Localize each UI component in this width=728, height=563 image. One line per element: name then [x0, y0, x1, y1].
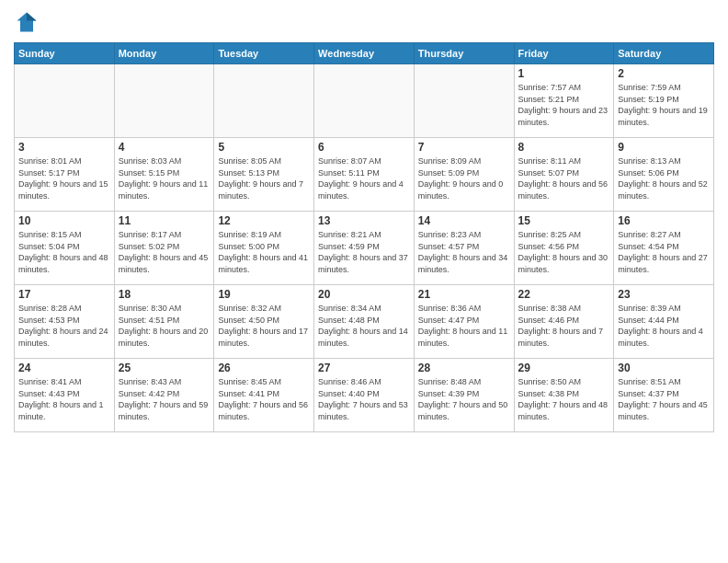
calendar-cell: 11Sunrise: 8:17 AM Sunset: 5:02 PM Dayli…: [114, 212, 214, 285]
day-info: Sunrise: 8:32 AM Sunset: 4:50 PM Dayligh…: [218, 303, 310, 349]
day-number: 23: [618, 288, 710, 301]
day-info: Sunrise: 8:30 AM Sunset: 4:51 PM Dayligh…: [119, 303, 210, 349]
day-info: Sunrise: 8:19 AM Sunset: 5:00 PM Dayligh…: [218, 229, 310, 275]
day-info: Sunrise: 8:43 AM Sunset: 4:42 PM Dayligh…: [119, 376, 210, 422]
day-number: 28: [418, 362, 510, 374]
calendar-cell: 29Sunrise: 8:50 AM Sunset: 4:38 PM Dayli…: [514, 359, 614, 432]
calendar-cell: 10Sunrise: 8:15 AM Sunset: 5:04 PM Dayli…: [15, 212, 115, 285]
day-number: 21: [418, 288, 510, 301]
day-info: Sunrise: 8:51 AM Sunset: 4:37 PM Dayligh…: [618, 376, 710, 422]
calendar-cell: 20Sunrise: 8:34 AM Sunset: 4:48 PM Dayli…: [314, 285, 415, 359]
day-info: Sunrise: 8:50 AM Sunset: 4:38 PM Dayligh…: [518, 376, 610, 422]
day-number: 20: [318, 288, 410, 301]
day-number: 18: [119, 288, 210, 301]
day-number: 4: [119, 141, 210, 154]
day-number: 2: [618, 67, 710, 80]
col-header-thursday: Thursday: [414, 43, 514, 64]
day-info: Sunrise: 8:39 AM Sunset: 4:44 PM Dayligh…: [618, 303, 710, 349]
calendar-cell: 24Sunrise: 8:41 AM Sunset: 4:43 PM Dayli…: [15, 359, 115, 432]
calendar-cell: 12Sunrise: 8:19 AM Sunset: 5:00 PM Dayli…: [214, 212, 314, 285]
day-number: 29: [518, 362, 610, 374]
day-number: 9: [618, 141, 710, 154]
calendar-cell: 23Sunrise: 8:39 AM Sunset: 4:44 PM Dayli…: [614, 285, 714, 359]
col-header-saturday: Saturday: [614, 43, 714, 64]
week-row-3: 17Sunrise: 8:28 AM Sunset: 4:53 PM Dayli…: [15, 285, 714, 359]
calendar-cell: 9Sunrise: 8:13 AM Sunset: 5:06 PM Daylig…: [614, 138, 714, 212]
day-info: Sunrise: 8:11 AM Sunset: 5:07 PM Dayligh…: [518, 155, 610, 201]
day-info: Sunrise: 8:01 AM Sunset: 5:17 PM Dayligh…: [18, 155, 110, 201]
day-number: 14: [418, 214, 510, 227]
day-number: 15: [518, 214, 610, 227]
calendar-cell: 16Sunrise: 8:27 AM Sunset: 4:54 PM Dayli…: [614, 212, 714, 285]
calendar-cell: [15, 64, 115, 138]
day-info: Sunrise: 8:17 AM Sunset: 5:02 PM Dayligh…: [119, 229, 210, 275]
day-info: Sunrise: 8:07 AM Sunset: 5:11 PM Dayligh…: [318, 155, 410, 201]
day-info: Sunrise: 8:28 AM Sunset: 4:53 PM Dayligh…: [18, 303, 110, 349]
calendar-cell: 15Sunrise: 8:25 AM Sunset: 4:56 PM Dayli…: [514, 212, 614, 285]
header: [14, 9, 714, 35]
day-info: Sunrise: 8:45 AM Sunset: 4:41 PM Dayligh…: [218, 376, 310, 422]
day-info: Sunrise: 8:23 AM Sunset: 4:57 PM Dayligh…: [418, 229, 510, 275]
day-number: 16: [618, 214, 710, 227]
calendar-cell: 27Sunrise: 8:46 AM Sunset: 4:40 PM Dayli…: [314, 359, 415, 432]
calendar-cell: 5Sunrise: 8:05 AM Sunset: 5:13 PM Daylig…: [214, 138, 314, 212]
week-row-4: 24Sunrise: 8:41 AM Sunset: 4:43 PM Dayli…: [15, 359, 714, 432]
calendar-cell: 25Sunrise: 8:43 AM Sunset: 4:42 PM Dayli…: [114, 359, 214, 432]
week-row-1: 3Sunrise: 8:01 AM Sunset: 5:17 PM Daylig…: [15, 138, 714, 212]
calendar-header-row: SundayMondayTuesdayWednesdayThursdayFrid…: [15, 43, 714, 64]
day-number: 5: [218, 141, 310, 154]
calendar-cell: 26Sunrise: 8:45 AM Sunset: 4:41 PM Dayli…: [214, 359, 314, 432]
day-info: Sunrise: 8:03 AM Sunset: 5:15 PM Dayligh…: [119, 155, 210, 201]
day-info: Sunrise: 8:34 AM Sunset: 4:48 PM Dayligh…: [318, 303, 410, 349]
day-info: Sunrise: 8:15 AM Sunset: 5:04 PM Dayligh…: [18, 229, 110, 275]
day-number: 3: [18, 141, 110, 154]
day-number: 1: [518, 67, 610, 80]
day-info: Sunrise: 8:25 AM Sunset: 4:56 PM Dayligh…: [518, 229, 610, 275]
day-number: 6: [318, 141, 410, 154]
calendar-cell: 3Sunrise: 8:01 AM Sunset: 5:17 PM Daylig…: [15, 138, 115, 212]
day-info: Sunrise: 8:09 AM Sunset: 5:09 PM Dayligh…: [418, 155, 510, 201]
day-number: 8: [518, 141, 610, 154]
calendar-cell: 13Sunrise: 8:21 AM Sunset: 4:59 PM Dayli…: [314, 212, 415, 285]
day-number: 22: [518, 288, 610, 301]
calendar-cell: 30Sunrise: 8:51 AM Sunset: 4:37 PM Dayli…: [614, 359, 714, 432]
day-info: Sunrise: 8:05 AM Sunset: 5:13 PM Dayligh…: [218, 155, 310, 201]
day-info: Sunrise: 8:41 AM Sunset: 4:43 PM Dayligh…: [18, 376, 110, 422]
day-number: 13: [318, 214, 410, 227]
col-header-wednesday: Wednesday: [314, 43, 415, 64]
calendar-table: SundayMondayTuesdayWednesdayThursdayFrid…: [14, 42, 714, 432]
week-row-2: 10Sunrise: 8:15 AM Sunset: 5:04 PM Dayli…: [15, 212, 714, 285]
day-info: Sunrise: 8:48 AM Sunset: 4:39 PM Dayligh…: [418, 376, 510, 422]
day-number: 17: [18, 288, 110, 301]
calendar-cell: 4Sunrise: 8:03 AM Sunset: 5:15 PM Daylig…: [114, 138, 214, 212]
day-number: 7: [418, 141, 510, 154]
col-header-sunday: Sunday: [15, 43, 115, 64]
col-header-friday: Friday: [514, 43, 614, 64]
day-number: 19: [218, 288, 310, 301]
calendar-cell: 2Sunrise: 7:59 AM Sunset: 5:19 PM Daylig…: [614, 64, 714, 138]
calendar-cell: [214, 64, 314, 138]
week-row-0: 1Sunrise: 7:57 AM Sunset: 5:21 PM Daylig…: [15, 64, 714, 138]
page-container: SundayMondayTuesdayWednesdayThursdayFrid…: [0, 0, 728, 563]
calendar-cell: 6Sunrise: 8:07 AM Sunset: 5:11 PM Daylig…: [314, 138, 415, 212]
calendar-cell: 8Sunrise: 8:11 AM Sunset: 5:07 PM Daylig…: [514, 138, 614, 212]
day-info: Sunrise: 8:21 AM Sunset: 4:59 PM Dayligh…: [318, 229, 410, 275]
calendar-cell: 17Sunrise: 8:28 AM Sunset: 4:53 PM Dayli…: [15, 285, 115, 359]
calendar-cell: 7Sunrise: 8:09 AM Sunset: 5:09 PM Daylig…: [414, 138, 514, 212]
calendar-cell: [114, 64, 214, 138]
day-info: Sunrise: 8:27 AM Sunset: 4:54 PM Dayligh…: [618, 229, 710, 275]
calendar-cell: [414, 64, 514, 138]
calendar-cell: 19Sunrise: 8:32 AM Sunset: 4:50 PM Dayli…: [214, 285, 314, 359]
day-info: Sunrise: 8:38 AM Sunset: 4:46 PM Dayligh…: [518, 303, 610, 349]
calendar-cell: 1Sunrise: 7:57 AM Sunset: 5:21 PM Daylig…: [514, 64, 614, 138]
logo: [14, 9, 43, 35]
day-number: 25: [119, 362, 210, 374]
col-header-monday: Monday: [114, 43, 214, 64]
day-info: Sunrise: 8:36 AM Sunset: 4:47 PM Dayligh…: [418, 303, 510, 349]
col-header-tuesday: Tuesday: [214, 43, 314, 64]
day-number: 11: [119, 214, 210, 227]
day-number: 30: [618, 362, 710, 374]
logo-icon: [14, 9, 40, 35]
calendar-cell: 18Sunrise: 8:30 AM Sunset: 4:51 PM Dayli…: [114, 285, 214, 359]
calendar-cell: 22Sunrise: 8:38 AM Sunset: 4:46 PM Dayli…: [514, 285, 614, 359]
